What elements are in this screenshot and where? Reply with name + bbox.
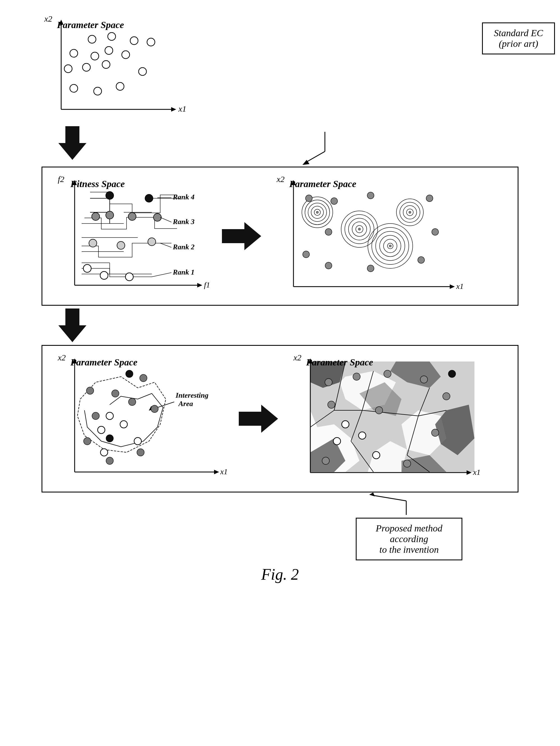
bottom-left-container: x2 Parameter Space x1 Interesting Area bbox=[54, 354, 227, 483]
svg-point-115 bbox=[129, 398, 136, 405]
svg-point-154 bbox=[333, 437, 341, 445]
svg-point-11 bbox=[122, 51, 130, 59]
svg-point-98 bbox=[426, 195, 433, 202]
page-container: x2 Parameter Space x1 bbox=[0, 0, 560, 746]
svg-point-6 bbox=[108, 32, 116, 40]
svg-point-164 bbox=[322, 457, 329, 464]
svg-point-51 bbox=[125, 273, 133, 281]
svg-marker-26 bbox=[197, 283, 202, 287]
svg-point-117 bbox=[84, 437, 91, 445]
bottom-right-y-label: x2 bbox=[293, 353, 301, 362]
svg-point-45 bbox=[153, 213, 161, 221]
top-section: x2 Parameter Space x1 bbox=[23, 17, 537, 121]
svg-line-168 bbox=[372, 495, 406, 501]
arrow-down-1-container bbox=[58, 123, 535, 167]
svg-point-160 bbox=[443, 393, 450, 400]
proposed-method-line1: Proposed method according bbox=[376, 523, 443, 544]
svg-point-48 bbox=[148, 238, 156, 246]
svg-point-163 bbox=[431, 429, 439, 436]
standard-ec-line1: Standard EC bbox=[494, 28, 543, 38]
standard-ec-box: Standard EC (prior art) bbox=[482, 23, 555, 54]
svg-point-40 bbox=[106, 192, 114, 199]
middle-box: f2 Fitness Space f1 bbox=[41, 167, 519, 306]
bottom-right-svg: x1 bbox=[289, 354, 480, 483]
fig-label: Fig. 2 bbox=[261, 565, 299, 583]
arrow-down-2-container bbox=[58, 306, 535, 345]
svg-point-41 bbox=[145, 194, 153, 202]
svg-point-124 bbox=[101, 449, 108, 456]
svg-point-5 bbox=[88, 35, 96, 43]
svg-point-158 bbox=[384, 370, 391, 377]
proposed-method-annotation-container: Proposed method according to the inventi… bbox=[41, 492, 519, 554]
svg-line-21 bbox=[305, 151, 325, 163]
svg-marker-102 bbox=[214, 470, 219, 474]
svg-text:x1: x1 bbox=[456, 282, 463, 291]
svg-point-50 bbox=[100, 271, 108, 279]
svg-point-47 bbox=[117, 241, 125, 249]
middle-arrow-right bbox=[222, 222, 261, 250]
standard-ec-line2: (prior art) bbox=[499, 38, 538, 49]
svg-point-159 bbox=[420, 376, 427, 383]
svg-point-165 bbox=[403, 460, 411, 467]
arrow-down-2 bbox=[58, 309, 86, 342]
svg-point-17 bbox=[94, 87, 102, 95]
middle-param-space-container: x2 Parameter Space x1 bbox=[273, 176, 506, 296]
svg-point-113 bbox=[140, 374, 147, 382]
bottom-box: x2 Parameter Space x1 Interesting Area bbox=[41, 345, 519, 492]
svg-point-109 bbox=[126, 370, 133, 377]
svg-marker-169 bbox=[369, 492, 375, 496]
svg-point-46 bbox=[89, 239, 97, 247]
svg-point-155 bbox=[372, 452, 380, 459]
svg-marker-24 bbox=[73, 180, 77, 185]
svg-point-111 bbox=[86, 387, 94, 394]
proposed-method-box: Proposed method according to the inventi… bbox=[356, 518, 463, 560]
svg-point-97 bbox=[432, 229, 439, 235]
svg-text:Interesting: Interesting bbox=[175, 391, 208, 399]
svg-text:Rank 4: Rank 4 bbox=[172, 193, 194, 201]
svg-point-8 bbox=[70, 49, 78, 57]
svg-line-54 bbox=[160, 217, 171, 222]
fitness-space-container: f2 Fitness Space f1 bbox=[54, 176, 211, 296]
svg-point-156 bbox=[325, 379, 332, 386]
svg-text:Rank 1: Rank 1 bbox=[172, 268, 194, 276]
svg-point-42 bbox=[92, 212, 100, 221]
svg-point-44 bbox=[128, 212, 136, 221]
top-chart-container: x2 Parameter Space x1 bbox=[41, 17, 188, 121]
svg-point-43 bbox=[106, 211, 114, 219]
svg-point-93 bbox=[303, 251, 309, 258]
svg-point-12 bbox=[147, 38, 155, 46]
svg-point-7 bbox=[130, 37, 138, 45]
svg-point-88 bbox=[409, 211, 411, 213]
svg-point-120 bbox=[106, 412, 113, 420]
bottom-arrow-right bbox=[239, 405, 278, 433]
svg-point-90 bbox=[331, 198, 337, 204]
svg-point-112 bbox=[112, 390, 119, 397]
svg-point-91 bbox=[367, 192, 374, 199]
bottom-right-container: x2 Parameter Space bbox=[289, 354, 506, 483]
svg-point-77 bbox=[389, 245, 391, 247]
svg-line-58 bbox=[152, 272, 171, 277]
svg-point-122 bbox=[97, 426, 105, 434]
svg-point-157 bbox=[353, 373, 360, 380]
svg-point-110 bbox=[106, 435, 113, 442]
svg-point-121 bbox=[120, 421, 128, 428]
svg-point-83 bbox=[358, 228, 361, 230]
svg-point-49 bbox=[83, 264, 91, 272]
bottom-left-svg: x1 Interesting Area bbox=[54, 354, 227, 483]
svg-text:x1: x1 bbox=[473, 468, 480, 477]
standard-ec-arrow-svg bbox=[300, 132, 350, 166]
svg-point-95 bbox=[367, 265, 374, 272]
svg-point-152 bbox=[342, 421, 349, 428]
top-chart-svg: x1 bbox=[41, 17, 188, 121]
svg-point-16 bbox=[70, 84, 78, 92]
svg-point-19 bbox=[139, 67, 146, 76]
svg-point-114 bbox=[92, 412, 99, 420]
arrow-down-1 bbox=[58, 126, 86, 164]
svg-point-116 bbox=[151, 405, 158, 412]
svg-point-123 bbox=[134, 437, 141, 445]
svg-point-70 bbox=[316, 211, 318, 213]
svg-point-13 bbox=[64, 65, 72, 73]
svg-point-89 bbox=[306, 195, 312, 202]
svg-point-92 bbox=[325, 229, 332, 235]
bottom-right-title: Parameter Space bbox=[306, 357, 373, 368]
